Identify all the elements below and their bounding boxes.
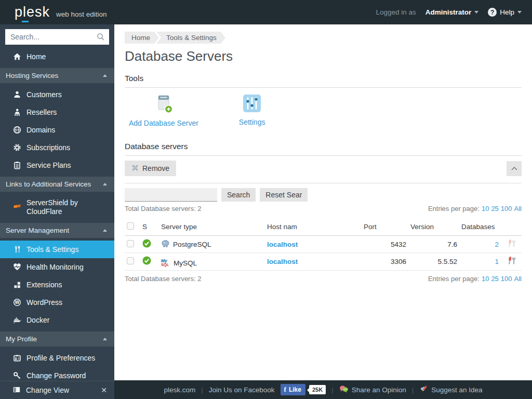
per-page-10[interactable]: 10: [482, 275, 489, 283]
per-page-25[interactable]: 25: [491, 205, 498, 212]
status-ok-icon: [142, 242, 151, 249]
docker-whale-icon: [12, 316, 21, 324]
sidebar-item-profile-preferences[interactable]: Profile & Preferences: [0, 349, 114, 367]
db-tools-icon[interactable]: [507, 259, 516, 267]
remove-button[interactable]: Remove: [125, 161, 176, 176]
sidebar-item-tools-settings[interactable]: Tools & Settings: [0, 241, 114, 258]
sidebar-item-service-plans[interactable]: Service Plans: [0, 156, 114, 174]
brand: plesk web host edition: [15, 4, 107, 20]
globe-icon: [12, 126, 21, 134]
sidebar-item-extensions[interactable]: Extensions: [0, 276, 114, 294]
status-ok-icon: [142, 259, 151, 267]
sidebar-section-server-management[interactable]: Server Management: [0, 223, 114, 238]
host-link[interactable]: localhost: [267, 258, 298, 265]
sidebar-item-label: Tools & Settings: [26, 245, 78, 254]
col-host-name: Host nam: [265, 219, 362, 236]
per-page-all[interactable]: All: [514, 275, 522, 283]
flag-icon: [12, 203, 21, 211]
row-checkbox[interactable]: [127, 240, 134, 247]
per-page-100[interactable]: 100: [501, 205, 512, 212]
total-count-label: Total Database servers: 2: [125, 275, 201, 283]
breadcrumb: Home Tools & Settings: [125, 32, 522, 44]
sidebar-item-health-monitoring[interactable]: Health Monitoring: [0, 258, 114, 276]
sidebar-item-label: Extensions: [26, 281, 62, 289]
reset-search-button[interactable]: Reset Sear: [260, 188, 308, 202]
sidebar-item-subscriptions[interactable]: Subscriptions: [0, 139, 114, 156]
host-link[interactable]: localhost: [267, 241, 298, 248]
join-facebook-link[interactable]: Join Us on Facebook: [209, 386, 275, 394]
footer-separator: |: [201, 386, 203, 394]
help-menu[interactable]: ? Help: [488, 8, 522, 17]
username: Administrator: [425, 8, 472, 16]
version-value: 7.6: [408, 236, 459, 253]
collapse-list-button[interactable]: [507, 161, 522, 176]
list-toolbar: Remove: [125, 156, 522, 183]
breadcrumb-home[interactable]: Home: [125, 32, 159, 44]
entries-per-page: Entries per page: 10 25 100 All: [428, 205, 522, 212]
section-label: Hosting Services: [6, 72, 58, 79]
help-icon: ?: [488, 8, 497, 17]
table-row-mysql: MySQL MySQL localhost 3306 5.5.52 1: [125, 253, 522, 271]
total-count-label: Total Database servers: 2: [125, 205, 201, 212]
per-page-100[interactable]: 100: [501, 275, 512, 283]
sidebar-section-hosting-services[interactable]: Hosting Services: [0, 68, 114, 83]
databases-count-link[interactable]: 2: [495, 241, 499, 248]
status-cell: [140, 253, 159, 271]
remove-x-icon: [131, 164, 139, 173]
share-opinion-link[interactable]: Share an Opinion: [339, 385, 406, 395]
add-database-server-icon: [154, 94, 174, 116]
sidebar-section-links-additional-services[interactable]: Links to Additional Services: [0, 177, 114, 192]
entries-per-page: Entries per page: 10 25 100 All: [428, 275, 522, 283]
logged-in-as-label: Logged in as: [376, 8, 416, 16]
select-all-checkbox[interactable]: [127, 222, 134, 230]
suggest-idea-link[interactable]: Suggest an Idea: [419, 385, 482, 395]
search-input[interactable]: [5, 29, 109, 45]
per-page-10[interactable]: 10: [482, 205, 489, 212]
sidebar-item-servershield[interactable]: ServerShield by CloudFlare: [0, 194, 114, 220]
breadcrumb-tools-settings[interactable]: Tools & Settings: [156, 32, 225, 44]
db-tools-icon[interactable]: [507, 242, 516, 249]
main-content: Home Tools & Settings Database Servers T…: [114, 24, 532, 380]
footer: plesk.com | Join Us on Facebook f Like 2…: [114, 380, 532, 399]
sidebar-item-label: WordPress: [26, 298, 62, 307]
databases-count-link[interactable]: 1: [495, 258, 499, 265]
sidebar-item-resellers[interactable]: Resellers: [0, 103, 114, 121]
sidebar-item-change-view[interactable]: Change View ✕: [0, 381, 114, 399]
per-page-all[interactable]: All: [514, 205, 522, 212]
user-menu[interactable]: Administrator: [425, 8, 479, 16]
section-label: Links to Additional Services: [6, 180, 91, 188]
settings-sliders-icon: [243, 94, 261, 115]
facebook-like-button[interactable]: f Like: [281, 384, 305, 395]
server-type-label: MySQL: [174, 259, 197, 267]
sidebar-item-domains[interactable]: Domains: [0, 121, 114, 139]
entries-label: Entries per page:: [428, 275, 480, 283]
sidebar-item-label: Customers: [26, 90, 62, 99]
sidebar-item-home[interactable]: Home: [0, 48, 114, 65]
share-opinion-label: Share an Opinion: [352, 386, 406, 394]
settings-label: Settings: [239, 118, 265, 126]
sidebar-item-docker[interactable]: Docker: [0, 311, 114, 329]
close-icon[interactable]: ✕: [101, 386, 107, 394]
table-header-row: S Server type Host nam Port Version Data…: [125, 219, 522, 236]
sidebar-item-label: Subscriptions: [26, 143, 70, 152]
settings-button[interactable]: Settings: [239, 94, 265, 127]
sidebar-item-customers[interactable]: Customers: [0, 86, 114, 103]
sidebar-item-wordpress[interactable]: W WordPress: [0, 294, 114, 311]
col-port: Port: [362, 219, 408, 236]
help-label: Help: [500, 8, 514, 16]
add-database-server-label: Add Database Server: [129, 119, 198, 127]
chevron-up-icon: [511, 165, 518, 172]
plesk-logo: plesk: [15, 4, 50, 20]
like-count-badge: 25K: [309, 385, 326, 394]
per-page-25[interactable]: 25: [491, 275, 498, 283]
search-button[interactable]: Search: [221, 188, 256, 202]
add-database-server-button[interactable]: Add Database Server: [129, 94, 198, 127]
plesk-com-link[interactable]: plesk.com: [164, 386, 195, 394]
sidebar-section-my-profile[interactable]: My Profile: [0, 331, 114, 347]
col-version: Version: [408, 219, 459, 236]
row-checkbox[interactable]: [127, 257, 134, 264]
sidebar-item-label: Home: [26, 52, 46, 61]
status-cell: [140, 236, 159, 253]
col-tools: [501, 219, 522, 236]
list-search-input[interactable]: [125, 188, 217, 202]
